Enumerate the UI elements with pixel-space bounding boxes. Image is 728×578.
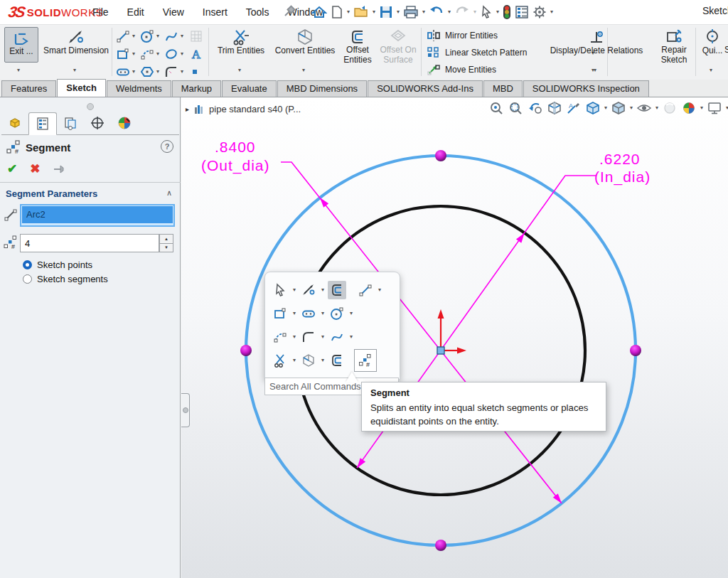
options-list-button[interactable] (515, 5, 529, 19)
popup-trim-dropdown-icon[interactable]: ▾ (293, 358, 296, 363)
fillet-tool-button[interactable] (164, 65, 178, 79)
tab-sketch[interactable]: Sketch (57, 79, 106, 97)
fillet-dropdown-icon[interactable]: ▾ (181, 69, 183, 75)
sketch-annotation-button[interactable]: A (566, 101, 582, 115)
rectangle-tool-button[interactable] (116, 47, 130, 61)
dim-outer-name[interactable]: (Out_dia) (201, 157, 270, 174)
segment-point-right[interactable] (630, 345, 641, 356)
menu-insert[interactable]: Insert (203, 6, 228, 18)
arc-dropdown-icon[interactable]: ▾ (156, 51, 159, 57)
convert-dropdown-icon[interactable]: ▾ (302, 68, 305, 73)
new-document-button[interactable] (331, 5, 343, 19)
select-cursor-button[interactable] (480, 5, 493, 19)
apply-scene-dropdown-icon[interactable]: ▾ (700, 105, 703, 111)
segment-parameters-header[interactable]: Segment Parameters (6, 188, 97, 199)
linear-sketch-pattern-button[interactable]: Linear Sketch Pattern (427, 46, 527, 59)
quick-snaps-button[interactable]: Qui... (700, 28, 725, 55)
polygon-tool-button[interactable] (140, 65, 154, 79)
popup-convert-dropdown-icon[interactable]: ▾ (321, 358, 324, 363)
popup-circle-dropdown-icon[interactable]: ▾ (350, 311, 353, 316)
popup-trim-tool[interactable] (271, 351, 289, 370)
convert-entities-button[interactable]: Convert Entities (273, 28, 337, 55)
popup-fillet-tool[interactable] (299, 328, 318, 346)
radio-sketch-segments[interactable]: Sketch segments (23, 274, 108, 284)
ellipse-dropdown-icon[interactable]: ▾ (181, 51, 183, 57)
smart-dimension-dropdown-icon[interactable]: ▾ (73, 68, 76, 73)
tree-expand-icon[interactable]: ▸ (186, 105, 189, 113)
help-icon[interactable]: ? (161, 140, 173, 153)
search-sketch-text[interactable]: Sketch (702, 5, 728, 16)
circle-dropdown-icon[interactable]: ▾ (156, 33, 159, 39)
mirror-entities-button[interactable]: Mirror Entities (427, 29, 498, 42)
spline-tool-button[interactable] (164, 29, 178, 43)
segment-point-left[interactable] (240, 345, 252, 356)
configuration-manager-tab[interactable] (57, 112, 84, 134)
ellipse-tool-button[interactable] (164, 47, 178, 61)
line-dropdown-icon[interactable]: ▾ (132, 33, 135, 39)
hide-show-items-button[interactable] (636, 101, 652, 115)
rebuild-traffic-light-icon[interactable] (503, 4, 511, 20)
document-name[interactable]: pipe standard s40 (P... (209, 104, 301, 114)
popup-offset-entities-tool-active[interactable] (328, 281, 346, 299)
stepper-down-icon[interactable]: ▼ (159, 243, 173, 253)
popup-smart-dimension-dropdown-icon[interactable]: ▾ (321, 287, 324, 293)
popup-spline-tool[interactable] (328, 328, 346, 346)
settings-gear-button[interactable] (532, 5, 547, 19)
stepper-up-icon[interactable]: ▲ (159, 234, 173, 243)
popup-fillet-dropdown-icon[interactable]: ▾ (321, 334, 324, 340)
panel-splitter-handle[interactable] (87, 103, 94, 110)
menu-view[interactable]: View (163, 6, 184, 18)
popup-line-tool[interactable] (356, 281, 375, 299)
hide-show-dropdown-icon[interactable]: ▾ (655, 105, 658, 111)
segment-count-input[interactable] (20, 234, 159, 252)
exit-sketch-dropdown-icon[interactable]: ▾ (17, 68, 20, 73)
tab-solidworks-addins[interactable]: SOLIDWORKS Add-Ins (368, 80, 483, 97)
tab-weldments[interactable]: Weldments (107, 80, 171, 97)
menu-tools[interactable]: Tools (246, 6, 269, 18)
popup-segment-tool-hovered[interactable]: # (354, 349, 377, 372)
dim-outer-value[interactable]: .8400 (215, 139, 256, 156)
smart-dimension-button[interactable]: Smart Dimension (43, 28, 109, 55)
display-style-dropdown-icon[interactable]: ▾ (630, 105, 633, 111)
tab-solidworks-inspection[interactable]: SOLIDWORKS Inspection (523, 80, 649, 97)
tab-mbd[interactable]: MBD (483, 80, 523, 97)
tab-features[interactable]: Features (1, 80, 56, 97)
spline-dropdown-icon[interactable]: ▾ (181, 33, 183, 39)
popup-rectangle-dropdown-icon[interactable]: ▾ (293, 311, 296, 316)
polygon-dropdown-icon[interactable]: ▾ (156, 69, 159, 75)
open-dropdown-icon[interactable]: ▾ (373, 9, 375, 15)
popup-arc-dropdown-icon[interactable]: ▾ (293, 334, 296, 340)
selected-item-arc2[interactable]: Arc2 (22, 206, 173, 223)
ddr-dropdown-icon[interactable]: ▾ (594, 68, 596, 73)
previous-view-button[interactable] (528, 101, 543, 115)
popup-convert-tool[interactable] (299, 351, 318, 370)
undo-dropdown-icon[interactable]: ▾ (448, 9, 451, 15)
rectangle-dropdown-icon[interactable]: ▾ (132, 51, 135, 57)
popup-offset-entities-tool[interactable] (328, 351, 346, 370)
apply-scene-button[interactable] (681, 101, 697, 115)
quick-snaps-dropdown-icon[interactable]: ▾ (710, 68, 712, 73)
zoom-to-fit-button[interactable] (489, 101, 505, 115)
property-manager-tab[interactable] (28, 112, 57, 135)
cancel-button[interactable]: ✖ (30, 161, 40, 176)
popup-slot-tool[interactable] (299, 304, 318, 323)
select-dropdown-icon[interactable]: ▾ (496, 9, 499, 15)
menu-edit[interactable]: Edit (127, 6, 144, 18)
zoom-to-area-button[interactable] (508, 101, 524, 115)
tab-evaluate[interactable]: Evaluate (222, 80, 277, 97)
open-button[interactable] (353, 5, 369, 19)
segment-point-top[interactable] (435, 150, 446, 161)
home-button[interactable] (311, 5, 327, 19)
dimxpert-manager-tab[interactable] (84, 112, 111, 134)
view-orientation-dropdown-icon[interactable]: ▾ (604, 105, 607, 111)
popup-slot-dropdown-icon[interactable]: ▾ (321, 311, 324, 316)
dim-inner-name[interactable]: (In_dia) (594, 168, 651, 186)
undo-button[interactable] (429, 5, 444, 19)
segment-point-bottom[interactable] (435, 540, 446, 551)
popup-rectangle-tool[interactable] (271, 304, 289, 323)
arc-tool-button[interactable] (140, 47, 154, 61)
slot-dropdown-icon[interactable]: ▾ (132, 69, 135, 75)
popup-smart-dimension-tool[interactable] (299, 281, 318, 299)
view-settings-button[interactable] (707, 101, 722, 115)
tab-markup[interactable]: Markup (172, 80, 221, 97)
